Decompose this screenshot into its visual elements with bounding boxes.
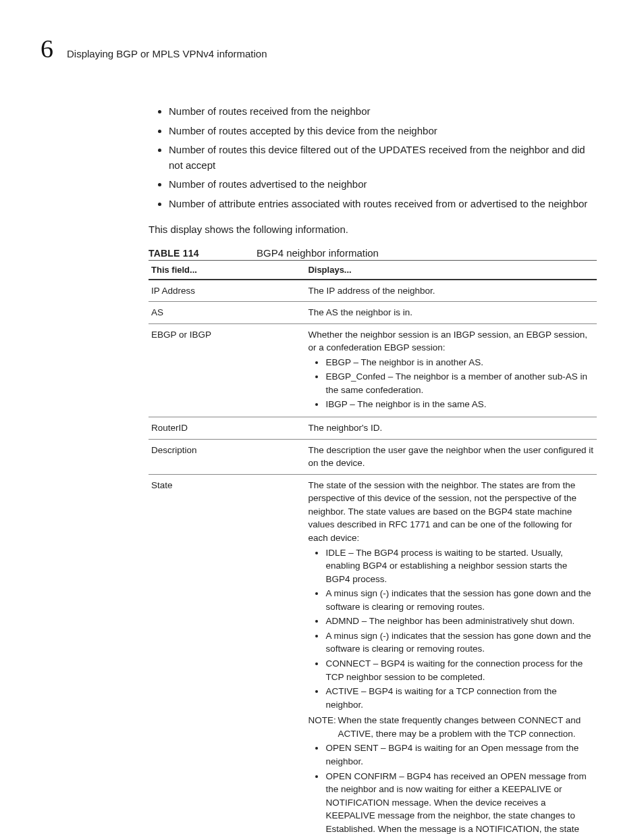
table-row: AS The AS the neighbor is in. (149, 302, 597, 324)
column-header-displays: Displays... (305, 261, 597, 280)
note-label: NOTE: (308, 714, 338, 740)
list-item: Number of routes accepted by this device… (169, 124, 597, 139)
inner-list: OPEN SENT – BGP4 is waiting for an Open … (308, 741, 594, 834)
intro-bullet-list: Number of routes received from the neigh… (149, 104, 597, 211)
cell-field: IP Address (149, 280, 305, 302)
inner-list: EBGP – The neighbor is in another AS. EB… (308, 356, 594, 411)
list-item: IBGP – The neighbor is in the same AS. (325, 398, 594, 411)
page: 6 Displaying BGP or MPLS VPNv4 informati… (0, 0, 644, 834)
page-content: Number of routes received from the neigh… (149, 104, 597, 834)
page-header: 6 Displaying BGP or MPLS VPNv4 informati… (41, 34, 597, 63)
neighbor-info-table: This field... Displays... IP Address The… (149, 261, 597, 835)
cell-displays: The description the user gave the neighb… (305, 439, 597, 474)
note-block: NOTE: When the state frequently changes … (308, 714, 594, 740)
list-item: Number of routes advertised to the neigh… (169, 177, 597, 192)
table-row: IP Address The IP address of the neighbo… (149, 280, 597, 302)
cell-displays: The state of the session with the neighb… (305, 474, 597, 834)
intro-paragraph: This display shows the following informa… (149, 222, 597, 238)
table-caption: TABLE 114 BGP4 neighbor information (149, 247, 597, 261)
table-label: TABLE 114 (149, 248, 257, 259)
cell-displays: The neighbor's ID. (305, 417, 597, 440)
cell-displays: The AS the neighbor is in. (305, 302, 597, 324)
list-item: Number of attribute entries associated w… (169, 197, 597, 212)
cell-displays: The IP address of the neighbor. (305, 280, 597, 302)
cell-displays: Whether the neighbor session is an IBGP … (305, 323, 597, 417)
list-item: EBGP – The neighbor is in another AS. (325, 356, 594, 369)
note-text: When the state frequently changes betwee… (338, 714, 594, 740)
chapter-number: 6 (41, 34, 53, 63)
cell-text: Whether the neighbor session is an IBGP … (308, 330, 587, 353)
list-item: OPEN SENT – BGP4 is waiting for an Open … (325, 741, 594, 768)
inner-list: IDLE – The BGP4 process is waiting to be… (308, 546, 594, 712)
list-item: IDLE – The BGP4 process is waiting to be… (325, 546, 594, 586)
section-title: Displaying BGP or MPLS VPNv4 information (67, 48, 267, 59)
list-item: A minus sign (-) indicates that the sess… (325, 587, 594, 613)
cell-text: The state of the session with the neighb… (308, 480, 576, 543)
table-row: State The state of the session with the … (149, 474, 597, 834)
list-item: OPEN CONFIRM – BGP4 has received an OPEN… (325, 770, 594, 835)
list-item: Number of routes this device filtered ou… (169, 142, 597, 173)
table-title: BGP4 neighbor information (257, 247, 379, 259)
list-item: ADMND – The neighbor has been administra… (325, 615, 594, 628)
table-row: EBGP or IBGP Whether the neighbor sessio… (149, 323, 597, 417)
cell-field: AS (149, 302, 305, 324)
list-item: ACTIVE – BGP4 is waiting for a TCP conne… (325, 685, 594, 711)
cell-field: EBGP or IBGP (149, 323, 305, 417)
table-row: RouterID The neighbor's ID. (149, 417, 597, 440)
cell-field: State (149, 474, 305, 834)
cell-field: RouterID (149, 417, 305, 440)
table-header-row: This field... Displays... (149, 261, 597, 280)
list-item: CONNECT – BGP4 is waiting for the connec… (325, 657, 594, 683)
column-header-field: This field... (149, 261, 305, 280)
cell-field: Description (149, 439, 305, 474)
list-item: Number of routes received from the neigh… (169, 104, 597, 120)
table-row: Description The description the user gav… (149, 439, 597, 474)
list-item: A minus sign (-) indicates that the sess… (325, 629, 594, 656)
list-item: EBGP_Confed – The neighbor is a member o… (325, 370, 594, 396)
